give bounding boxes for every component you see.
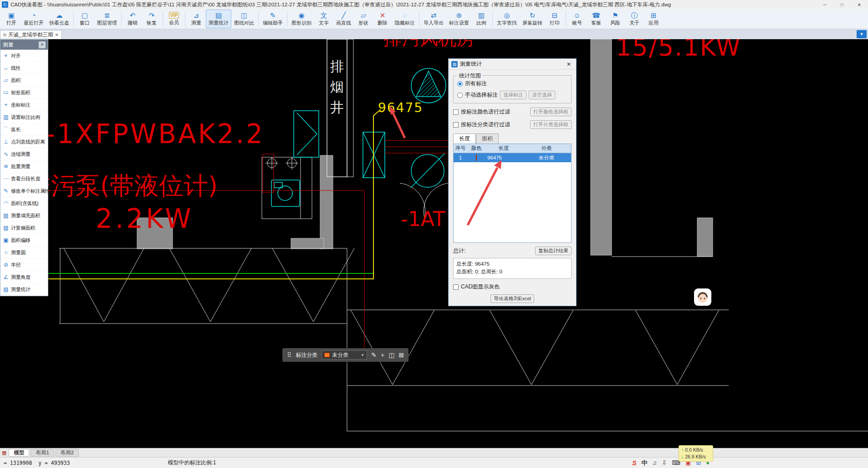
maximize-button[interactable]: □ (833, 0, 851, 9)
close-button[interactable]: ✕ (851, 0, 868, 9)
ribbon-button-apps[interactable]: ⊞应用 (644, 10, 663, 28)
align-icon: ⌖ (3, 52, 9, 59)
table-row[interactable]: 1 96475 未分类 (454, 153, 571, 162)
ribbon-button-import-export[interactable]: ⇄导入导出 (421, 10, 446, 28)
assistant-avatar[interactable] (694, 288, 711, 306)
mic-icon[interactable]: ⇩ (662, 459, 667, 466)
sogou-icon[interactable]: S (632, 459, 636, 467)
ribbon-button-open[interactable]: ▣打开 (2, 10, 21, 28)
edit-annotation-icon[interactable]: ✎ (371, 351, 377, 359)
results-table[interactable]: 序号 颜色 长度 分类 1 96475 未分类 (453, 144, 572, 243)
move-icon[interactable]: + (381, 351, 384, 359)
ribbon-button-measure[interactable]: ⊿测量 (187, 10, 206, 28)
sidebar-item-fill-area[interactable]: ▨测量填充面积 (0, 210, 48, 222)
tab-length[interactable]: 长度 (453, 134, 476, 144)
ribbon-button-about[interactable]: ⓘ关于 (625, 10, 644, 28)
sidebar-item-batch[interactable]: ≋批量测量 (0, 160, 48, 173)
ribbon-button-text-search[interactable]: ◎文字查找 (494, 10, 520, 28)
filter-class-checkbox[interactable] (453, 122, 459, 128)
sidebar-item-circle[interactable]: ○测量圆 (0, 247, 48, 259)
sidebar-item-modify-annotation[interactable]: ✎修改单个标注属性 (0, 185, 48, 197)
open-color-picker-button[interactable]: 打开颜色选择框 (530, 108, 572, 116)
ribbon-button-draw-line[interactable]: ╱画直线 (333, 10, 354, 28)
modify-icon: ✎ (3, 188, 9, 194)
ribbon-button-cloud[interactable]: ☁快看云盘 (46, 10, 72, 28)
sidebar-item-side-area[interactable]: ▧计算侧面积 (0, 222, 48, 234)
ribbon-button-rotate-screen[interactable]: ↻屏幕旋转 (520, 10, 545, 28)
tab-layout1[interactable]: 布局1 (31, 449, 54, 457)
ribbon-button-edit-assistant[interactable]: ✎编辑助手 (260, 10, 286, 28)
sidebar-header[interactable]: 测量 ✕ (0, 40, 48, 50)
ribbon-button-account[interactable]: ☺账号 (567, 10, 587, 28)
ribbon-button-support[interactable]: ☎客服 (587, 10, 606, 28)
sidebar-item-point-line-distance[interactable]: ⊥点到直线的距离 (0, 136, 48, 148)
delete-annotation-icon[interactable]: ⊠ (398, 351, 404, 359)
hide-icon: ◌ (403, 12, 407, 19)
sidebar-item-radius[interactable]: ⊘半径 (0, 259, 48, 271)
filter-color-checkbox[interactable] (453, 109, 459, 115)
minimize-button[interactable]: ─ (816, 0, 833, 9)
ribbon-button-measure-stats[interactable]: ▤测量统计 (206, 10, 231, 28)
sidebar-close-icon[interactable]: ✕ (39, 41, 46, 48)
ribbon-label: 客服 (591, 20, 601, 26)
chevron-down-icon: ▼ (361, 353, 364, 357)
gray-cad-checkbox[interactable] (453, 284, 459, 290)
speaker-icon[interactable]: ♫ (653, 459, 657, 466)
rotate-icon: ↻ (530, 12, 536, 19)
delete-icon: ✕ (380, 12, 386, 19)
ribbon-button-scale[interactable]: ▥比例 (472, 10, 491, 28)
sidebar-item-coordinate[interactable]: +坐标标注 (0, 99, 48, 111)
grid-icon[interactable]: ⠿ (287, 351, 291, 359)
dialog-close-icon[interactable]: ✕ (564, 61, 573, 67)
dialog-titlebar[interactable]: ▤ 测量统计 ✕ (449, 59, 576, 70)
ribbon-button-annotation-settings[interactable]: ⊛标注设置 (446, 10, 472, 28)
ribbon-button-undo[interactable]: ↶撤销 (123, 10, 142, 28)
ribbon-button-delete[interactable]: ✕删除 (373, 10, 392, 28)
sidebar-item-linear[interactable]: ↔线性 (0, 62, 48, 74)
open-class-picker-button[interactable]: 打开分类选择框 (530, 120, 572, 129)
sidebar-item-rect-area[interactable]: ▭矩形面积 (0, 87, 48, 99)
export-excel-button[interactable]: 导出表格到Excel (490, 294, 534, 303)
clear-selection-button[interactable]: 清空选择 (529, 91, 555, 99)
ribbon-label: 快看云盘 (49, 20, 69, 26)
sidebar-item-angle[interactable]: ∠测量角度 (0, 271, 48, 283)
sidebar-item-area-arc[interactable]: ◠面积(含弧线) (0, 197, 48, 210)
pin-icon[interactable] (3, 33, 6, 36)
ribbon-button-compare[interactable]: ◫图纸对比 (231, 10, 257, 28)
sidebar-item-segment-length[interactable]: ⋯查看分段长度 (0, 173, 48, 185)
sidebar-item-area-offset[interactable]: ▣面积偏移 (0, 234, 48, 247)
ribbon-button-shapes[interactable]: ▱形状 (354, 10, 373, 28)
ribbon-button-shape-recognition[interactable]: ◉图形识别 (289, 10, 314, 28)
ime-icon[interactable]: 中 (642, 459, 648, 467)
sidebar-item-scale-setting[interactable]: ▥设置标注比例 (0, 111, 48, 123)
copy-icon[interactable]: ◫ (388, 351, 394, 359)
segment-icon: ⋯ (3, 175, 9, 182)
ribbon-button-recent[interactable]: ◔最近打开 (21, 10, 46, 28)
ribbon-label: 比例 (476, 20, 486, 26)
ribbon-button-window[interactable]: ▢窗口 (75, 10, 94, 28)
sidebar-item-align[interactable]: ⌖对齐 (0, 50, 48, 62)
select-annotation-button[interactable]: 选择标注 (500, 91, 526, 99)
tab-close-icon[interactable]: ✕ (55, 32, 58, 37)
tab-model[interactable]: 模型 (9, 449, 29, 457)
radio-all-annotations[interactable] (457, 81, 463, 87)
ribbon-button-risk[interactable]: ⚑风险 (606, 10, 625, 28)
ribbon-button-text[interactable]: 文文字 (314, 10, 333, 28)
document-tab[interactable]: 天诚_龙域华都三期 ✕ (0, 30, 62, 39)
sidebar-item-arc-length[interactable]: ⌒弧长 (0, 123, 48, 136)
category-dropdown[interactable]: 未分类 ▼ (322, 350, 367, 360)
ribbon-button-print[interactable]: ⊟打印 (545, 10, 564, 28)
copy-total-button[interactable]: 复制总计结果 (535, 247, 572, 255)
tab-area[interactable]: 面积 (476, 134, 499, 144)
tab-layout2[interactable]: 布局2 (56, 449, 79, 457)
ribbon-button-hide-annotations[interactable]: ◌隐藏标注 (392, 10, 418, 28)
sidebar-item-area[interactable]: ▱面积 (0, 74, 48, 87)
ribbon-button-vip[interactable]: VIP会员 (164, 10, 184, 28)
radio-manual-select[interactable] (457, 93, 463, 98)
ribbon-button-redo[interactable]: ↷恢复 (142, 10, 161, 28)
tab-overflow-button[interactable]: ▼ (857, 30, 867, 38)
sidebar-item-continuous[interactable]: ∿连续测量 (0, 148, 48, 160)
cad-canvas[interactable]: -1XFPWBAK2.2 排污泵(带液位计) 2.2KW 15/5.1KW -1… (0, 39, 868, 448)
ribbon-button-layers[interactable]: ≣图层管理 (94, 10, 120, 28)
sidebar-item-measure-stats[interactable]: ▤测量统计 (0, 283, 48, 296)
